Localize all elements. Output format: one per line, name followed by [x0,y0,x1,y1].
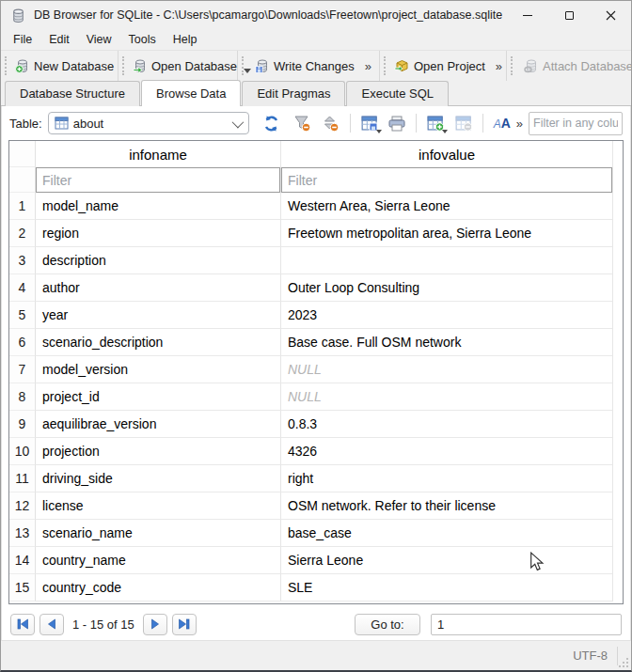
cell-infoname[interactable]: scenario_description [36,329,281,356]
row-number[interactable]: 9 [9,411,36,438]
cell-infovalue[interactable]: Base case. Full OSM network [281,329,613,356]
row-number[interactable]: 6 [9,329,36,356]
tab-browse-data[interactable]: Browse Data [141,80,241,106]
row-number[interactable]: 11 [9,465,36,492]
toolbar-drag-handle[interactable] [384,56,386,75]
minimize-icon [523,15,532,16]
cell-infovalue[interactable]: SLE [281,574,613,602]
row-number[interactable]: 7 [9,356,36,383]
tab-database-structure[interactable]: Database Structure [5,81,140,106]
toolbar-overflow-chevron[interactable]: » [490,59,508,73]
row-number[interactable]: 2 [9,220,36,247]
toolbar-drag-handle[interactable] [122,56,124,75]
cell-infovalue[interactable]: 0.8.3 [281,411,613,438]
cell-infoname[interactable]: license [36,492,281,520]
cell-infovalue[interactable]: Outer Loop Consulting [281,274,613,302]
row-number[interactable]: 8 [9,383,36,411]
menu-tools[interactable]: Tools [120,31,165,48]
previous-record-button[interactable] [40,614,64,635]
cell-infovalue[interactable]: 2023 [281,302,613,329]
table-select[interactable]: about [48,112,250,134]
column-header-infovalue[interactable]: infovalue [281,141,613,167]
cell-infoname[interactable]: description [36,247,281,274]
cell-infoname[interactable]: projection [36,438,281,465]
cell-infoname[interactable]: project_id [36,383,281,411]
cell-infoname[interactable]: country_name [36,547,281,574]
row-number[interactable]: 5 [9,302,36,329]
toolbar-drag-handle[interactable] [5,56,7,75]
insert-record-button[interactable] [423,112,448,134]
attach-database-icon [524,58,539,73]
cell-infoname[interactable]: driving_side [36,465,281,492]
clear-sorting-button[interactable] [319,112,343,134]
attach-database-button[interactable]: Attach Database [519,55,632,76]
column-header-infoname[interactable]: infoname [36,141,281,167]
controls-overflow-chevron[interactable]: » [516,117,523,131]
cell-infovalue-null[interactable]: NULL [281,356,613,383]
cell-infovalue-null[interactable]: NULL [281,383,613,411]
row-number[interactable]: 13 [9,520,36,547]
open-project-button[interactable]: Open Project [389,55,490,76]
cell-infovalue[interactable]: OSM network. Refer to their license [281,492,613,520]
row-number[interactable]: 4 [9,274,36,302]
open-database-button[interactable]: Open Database [128,55,242,76]
write-changes-button[interactable]: Write Changes [250,55,359,76]
cell-infoname[interactable]: region [36,220,281,247]
cell-infoname[interactable]: model_version [36,356,281,383]
cell-infoname[interactable]: author [36,274,281,302]
print-button[interactable] [386,112,410,134]
close-button[interactable] [590,1,631,29]
title-bar[interactable]: DB Browser for SQLite - C:\Users\pcamarg… [1,1,631,29]
cell-infoname[interactable]: country_code [36,574,281,602]
next-record-button[interactable] [143,614,167,635]
tab-execute-sql[interactable]: Execute SQL [346,81,449,106]
maximize-button[interactable] [548,1,590,29]
maximize-icon [565,11,574,20]
cell-infovalue[interactable]: right [281,465,613,492]
cell-infovalue[interactable] [281,247,613,274]
row-number[interactable]: 14 [9,547,36,574]
menu-edit[interactable]: Edit [40,31,78,48]
cell-infovalue[interactable]: Western Area, Sierra Leone [281,193,613,220]
cell-infoname[interactable]: aequilibrae_version [36,411,281,438]
refresh-button[interactable] [259,112,283,134]
encoding-status[interactable]: UTF-8 [563,647,618,665]
clear-filters-button[interactable] [291,112,315,134]
cell-infoname[interactable]: model_name [36,193,281,220]
tab-edit-pragmas[interactable]: Edit Pragmas [242,81,345,106]
filter-any-column-input[interactable] [529,112,623,135]
filter-infoname-input[interactable] [36,167,280,193]
first-record-button[interactable] [10,614,35,635]
toolbar-separator [482,114,483,133]
menu-help[interactable]: Help [165,31,206,48]
browse-data-panel: Table: about [1,106,631,640]
toolbar-overflow-chevron[interactable]: » [359,59,377,73]
menu-view[interactable]: View [78,31,120,48]
write-changes-icon [255,58,270,73]
cell-infovalue[interactable]: Sierra Leone [281,547,613,574]
delete-record-button[interactable] [451,112,476,134]
cell-infovalue[interactable]: 4326 [281,438,613,465]
toolbar-drag-handle[interactable] [511,56,515,75]
row-number[interactable]: 3 [9,247,36,274]
menu-file[interactable]: File [5,31,40,48]
cell-infoname[interactable]: scenario_name [36,520,281,547]
cell-infovalue[interactable]: Freetown metropolitan area, Sierra Leone [281,220,613,247]
cell-infovalue[interactable]: base_case [281,520,613,547]
cell-infoname[interactable]: year [36,302,281,329]
minimize-button[interactable] [507,1,548,29]
row-number[interactable]: 1 [9,193,36,220]
new-database-button[interactable]: New Database [10,55,118,76]
toolbar-drag-handle[interactable] [242,56,246,75]
goto-button[interactable]: Go to: [355,614,420,635]
row-number[interactable]: 15 [9,574,36,602]
last-record-button[interactable] [172,614,197,635]
resize-grip-icon[interactable] [618,657,629,668]
row-number[interactable]: 12 [9,492,36,520]
table-label: Table: [9,117,42,131]
save-results-button[interactable] [357,112,382,134]
goto-record-input[interactable] [431,614,622,635]
font-settings-button[interactable]: AA [490,112,514,134]
filter-infovalue-input[interactable] [281,167,612,193]
row-number[interactable]: 10 [9,438,36,465]
